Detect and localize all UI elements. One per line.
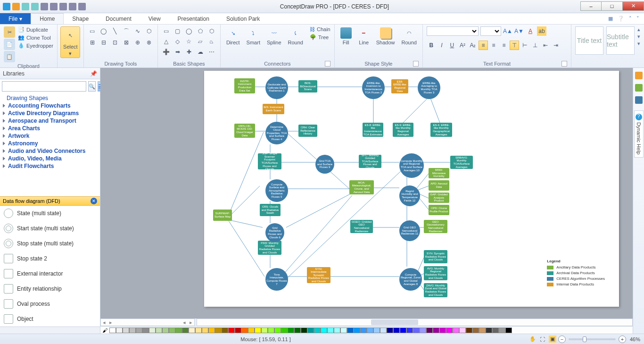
palette-swatch[interactable]: [301, 327, 307, 333]
tool-e[interactable]: ⊕: [133, 38, 142, 47]
palette-swatch[interactable]: [321, 327, 327, 333]
tab-presentation[interactable]: Presentation: [169, 13, 218, 24]
palette-swatch[interactable]: [433, 327, 439, 333]
dialog-launcher-icon[interactable]: [413, 61, 419, 67]
connector-round[interactable]: ⤹Round: [286, 26, 305, 46]
shape-star[interactable]: ☆: [184, 37, 194, 46]
palette-picker-icon[interactable]: 🖌: [102, 327, 107, 333]
palette-swatch[interactable]: [347, 327, 354, 333]
rail-icon-3[interactable]: [635, 96, 643, 104]
style-more-icon[interactable]: ▾: [637, 41, 640, 47]
valign-bot-button[interactable]: ⊥: [530, 41, 540, 50]
underline-button[interactable]: U: [447, 41, 457, 50]
align-center-button[interactable]: ≡: [489, 41, 498, 50]
tab-view[interactable]: View: [140, 13, 169, 24]
palette-swatch[interactable]: [228, 327, 235, 333]
minimize-button[interactable]: –: [580, 1, 602, 11]
stencil-item[interactable]: Entity relationship: [0, 281, 100, 296]
title-style-button[interactable]: Title text: [575, 26, 603, 55]
palette-swatch[interactable]: [387, 327, 393, 333]
palette-swatch[interactable]: [492, 327, 499, 333]
stencil-item[interactable]: Oval process: [0, 296, 100, 311]
indent-button[interactable]: ⇥: [551, 41, 561, 50]
palette-swatch[interactable]: [505, 327, 512, 333]
dfd-data-store[interactable]: MOA: Meteorological, Ozone, and Aerosol …: [349, 180, 374, 194]
dfd-data-store[interactable]: ES8: ERBE-like Regional Data: [391, 79, 408, 93]
palette-swatch[interactable]: [446, 327, 453, 333]
fit-page-icon[interactable]: ▣: [549, 336, 556, 343]
shape-rect[interactable]: ▭: [162, 26, 171, 36]
font-family-select[interactable]: [427, 26, 479, 36]
dfd-process[interactable]: Grid GEO Narrowband Radiances 11: [399, 220, 420, 241]
dfd-data-store[interactable]: VIRS,CID, MODIS CID: Cloud Imager Data: [234, 124, 255, 138]
dfd-process[interactable]: Grid Radiative Fluxes and Clouds 6: [265, 223, 284, 242]
palette-swatch[interactable]: [274, 327, 281, 333]
layout-icon[interactable]: ▦: [608, 16, 613, 22]
style-up-icon[interactable]: ▴: [637, 26, 640, 33]
shape-arrow[interactable]: ➡: [173, 47, 182, 57]
palette-swatch[interactable]: [255, 327, 261, 333]
paste-button[interactable]: ✂: [4, 26, 15, 38]
dfd-data-store[interactable]: ES-4: ERBE-like Monthly Geographical Ave…: [430, 123, 452, 137]
duplicate-button[interactable]: 📑Duplicate: [18, 26, 53, 33]
shape-ellipse[interactable]: ◯: [184, 26, 194, 36]
palette-swatch[interactable]: [162, 327, 169, 333]
library-tree-item[interactable]: Astronomy: [2, 140, 98, 147]
palette-swatch[interactable]: [241, 327, 248, 333]
palette-swatch[interactable]: [222, 327, 228, 333]
stencil-item[interactable]: Stop state 2: [0, 251, 100, 266]
palette-swatch[interactable]: [466, 327, 472, 333]
grow-font-icon[interactable]: A▲: [503, 26, 512, 36]
shape-plus[interactable]: ➕: [162, 47, 171, 57]
connector-chain[interactable]: ⛓Chain: [310, 26, 330, 32]
collapse-down-icon[interactable]: ˅: [636, 16, 639, 22]
select-tool[interactable]: ↖ Select▾: [60, 26, 80, 58]
library-tree-item[interactable]: Artwork: [2, 132, 98, 140]
tab-document[interactable]: Document: [97, 13, 140, 24]
palette-swatch[interactable]: [380, 327, 387, 333]
tab-home[interactable]: Home: [31, 13, 64, 24]
library-tree-item[interactable]: Audio and Video Connectors: [2, 147, 98, 155]
bold-button[interactable]: B: [427, 41, 436, 50]
palette-swatch[interactable]: [182, 327, 189, 333]
help-icon[interactable]: ❔: [618, 16, 624, 22]
ellipse-tool[interactable]: ◯: [99, 26, 108, 36]
file-menu[interactable]: File ▾: [0, 13, 31, 24]
shape-parallelogram[interactable]: ▱: [196, 37, 205, 46]
line-button[interactable]: ━Line: [356, 26, 372, 46]
zoom-in-button[interactable]: +: [619, 336, 626, 343]
drawing-canvas[interactable]: Legend Ancillary Data ProductsArchival D…: [100, 68, 633, 319]
shape-pentagon[interactable]: ⬠: [196, 26, 205, 36]
rail-icon-1[interactable]: [635, 72, 643, 79]
shape-trapezoid[interactable]: ⏢: [207, 37, 216, 46]
palette-swatch[interactable]: [400, 327, 406, 333]
dfd-data-store[interactable]: MWH: Microwave Humidity: [429, 168, 449, 178]
subscript-button[interactable]: A₂: [468, 41, 478, 50]
dfd-data-store[interactable]: IES: Instrument Earth Scans: [263, 104, 284, 114]
search-button[interactable]: 🔍: [88, 81, 96, 92]
library-tree-item[interactable]: Accounting Flowcharts: [2, 102, 98, 109]
pin-icon[interactable]: 📌: [90, 70, 97, 77]
dfd-process[interactable]: Compute Regional, Zonal and Global Avera…: [399, 268, 422, 291]
palette-swatch[interactable]: [195, 327, 202, 333]
clone-tool-button[interactable]: 👥Clone Tool: [18, 34, 53, 41]
palette-swatch[interactable]: [314, 327, 321, 333]
library-tree[interactable]: Drawing ShapesAccounting FlowchartsActiv…: [0, 93, 100, 196]
palette-swatch[interactable]: [354, 327, 360, 333]
palette-swatch[interactable]: [261, 327, 268, 333]
palette-swatch[interactable]: [208, 327, 215, 333]
palette-swatch[interactable]: [169, 327, 175, 333]
tool-a[interactable]: ⊞: [88, 38, 97, 47]
palette-swatch[interactable]: [459, 327, 466, 333]
close-button[interactable]: ✕: [623, 1, 644, 11]
page[interactable]: Legend Ancillary Data ProductsArchival D…: [204, 71, 619, 307]
round-button[interactable]: ◠Round: [399, 26, 418, 46]
palette-swatch[interactable]: [116, 327, 123, 333]
arc-tool[interactable]: ⌒: [122, 26, 131, 36]
dfd-data-store[interactable]: ZAVG: Monthly Zonal and Global Radiative…: [424, 283, 447, 297]
zoom-out-button[interactable]: −: [558, 336, 566, 343]
palette-swatch[interactable]: [136, 327, 142, 333]
palette-swatch[interactable]: [288, 327, 294, 333]
palette-swatch[interactable]: [340, 327, 347, 333]
collapse-up-icon[interactable]: ˄: [629, 16, 632, 22]
